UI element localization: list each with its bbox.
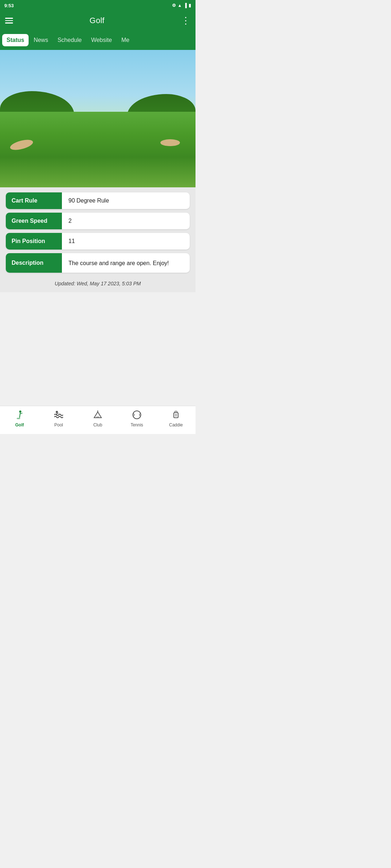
description-card: Description The course and range are ope… xyxy=(6,253,190,273)
svg-line-3 xyxy=(20,413,22,414)
signal-icon: ▐ xyxy=(184,3,187,8)
svg-point-4 xyxy=(56,411,58,413)
nav-caddie[interactable]: Caddie xyxy=(156,410,196,427)
pin-position-label: Pin Position xyxy=(6,233,62,250)
tab-website[interactable]: Website xyxy=(87,34,117,46)
tab-bar: Status News Schedule Website Me xyxy=(0,30,196,50)
svg-point-0 xyxy=(19,410,21,413)
app-bar: Golf ⋮ xyxy=(0,11,196,30)
tab-status[interactable]: Status xyxy=(2,34,29,46)
bunker-right xyxy=(160,139,180,146)
tab-schedule[interactable]: Schedule xyxy=(53,34,86,46)
bottom-nav: Golf Pool Club xyxy=(0,406,196,434)
nav-tennis[interactable]: Tennis xyxy=(117,410,156,427)
more-vert-icon: ⋮ xyxy=(181,15,190,26)
golf-icon xyxy=(14,410,25,421)
fairway-layer xyxy=(0,112,196,187)
tennis-icon xyxy=(132,410,142,421)
svg-point-2 xyxy=(17,418,20,419)
tab-news[interactable]: News xyxy=(29,34,52,46)
battery-icon: ▮ xyxy=(189,3,191,8)
status-bar: 9:53 ⚙ ▲ ▐ ▮ xyxy=(0,0,196,11)
content-area: Cart Rule 90 Degree Rule Green Speed 2 P… xyxy=(0,187,196,292)
settings-icon: ⚙ xyxy=(172,3,176,8)
wifi-icon: ▲ xyxy=(178,3,182,8)
svg-rect-10 xyxy=(174,413,178,418)
green-speed-label: Green Speed xyxy=(6,213,62,229)
menu-button[interactable] xyxy=(5,18,13,24)
pool-icon xyxy=(54,410,64,421)
course-image xyxy=(0,50,196,187)
status-time: 9:53 xyxy=(4,3,14,8)
nav-tennis-label: Tennis xyxy=(131,422,143,427)
svg-line-1 xyxy=(20,413,20,418)
green-speed-card: Green Speed 2 xyxy=(6,213,190,229)
nav-pool[interactable]: Pool xyxy=(39,410,78,427)
description-label: Description xyxy=(6,253,62,273)
nav-club[interactable]: Club xyxy=(78,410,117,427)
green-speed-value: 2 xyxy=(62,213,190,229)
pin-position-value: 11 xyxy=(62,233,190,250)
cart-rule-card: Cart Rule 90 Degree Rule xyxy=(6,192,190,209)
cart-rule-label: Cart Rule xyxy=(6,192,62,209)
status-icons: ⚙ ▲ ▐ ▮ xyxy=(172,3,191,8)
club-icon xyxy=(93,410,103,421)
more-options-button[interactable]: ⋮ xyxy=(181,16,190,25)
app-title: Golf xyxy=(89,16,105,25)
hamburger-icon xyxy=(5,18,13,24)
nav-caddie-label: Caddie xyxy=(169,422,183,427)
pin-position-card: Pin Position 11 xyxy=(6,233,190,250)
nav-golf-label: Golf xyxy=(15,422,24,427)
nav-club-label: Club xyxy=(93,422,102,427)
nav-pool-label: Pool xyxy=(54,422,63,427)
description-value: The course and range are open. Enjoy! xyxy=(62,253,190,273)
cart-rule-value: 90 Degree Rule xyxy=(62,192,190,209)
tab-me[interactable]: Me xyxy=(117,34,134,46)
caddie-icon xyxy=(171,410,181,421)
svg-rect-8 xyxy=(96,416,99,418)
updated-timestamp: Updated: Wed, May 17 2023, 5:03 PM xyxy=(6,276,190,289)
nav-golf[interactable]: Golf xyxy=(0,410,39,427)
